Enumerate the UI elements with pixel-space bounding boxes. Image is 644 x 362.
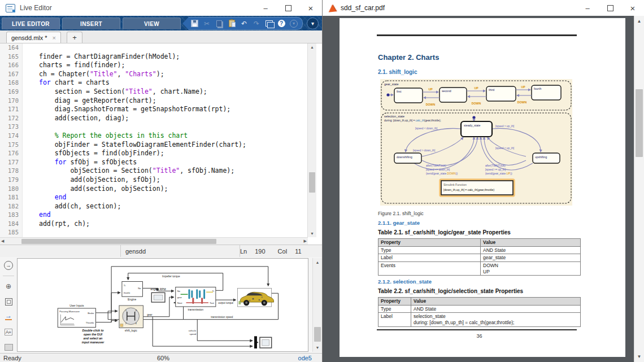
line-number: 179 <box>0 176 23 185</box>
scroll-left-icon[interactable]: ◀ <box>1 239 4 243</box>
code-line[interactable]: 179 add(objSection, sfObj); <box>0 176 308 185</box>
shift-logic-block[interactable]: 1 3 2 4 shift_logic <box>119 306 143 332</box>
code-line[interactable]: 174 % Report the objects in this chart <box>0 132 308 141</box>
help-icon[interactable]: ? <box>277 20 285 28</box>
pdf-vertical-scrollbar[interactable]: ▲ ▼ <box>634 16 644 362</box>
cut-icon[interactable]: ✂ <box>203 20 211 28</box>
close-icon[interactable]: × <box>621 0 644 16</box>
code-line[interactable]: 184add(rpt, ch); <box>0 220 308 229</box>
code-line[interactable]: 183end <box>0 211 308 220</box>
code-line[interactable]: 168for chart = charts <box>0 78 308 88</box>
code-line[interactable]: 182 add(ch, section); <box>0 202 308 211</box>
engine-rpm-scope-block[interactable]: engine RPM <box>151 288 166 302</box>
scrollbar-thumb[interactable] <box>309 172 315 193</box>
code-line[interactable]: 185 <box>0 228 308 237</box>
code-line[interactable]: 171 diag.SnapshotFormat = getSnapshotFor… <box>0 105 308 114</box>
scroll-up-icon[interactable]: ▲ <box>308 45 316 49</box>
windows-icon[interactable] <box>265 20 273 28</box>
scope-block[interactable] <box>260 337 272 348</box>
scroll-right-icon[interactable]: ▶ <box>304 239 307 243</box>
annotation-text[interactable]: Double-click to open the GUI and select … <box>82 329 105 344</box>
svg-text:second: second <box>442 89 451 93</box>
ribbon-tab-insert[interactable]: INSERT <box>62 18 120 29</box>
svg-text:DOWN: DOWN <box>472 102 481 105</box>
titlebar[interactable]: sdd_sf_car.pdf – × <box>323 0 644 16</box>
close-icon[interactable]: × <box>299 0 322 16</box>
line-number: 164 <box>0 43 23 53</box>
scrollbar-thumb[interactable] <box>636 89 643 157</box>
engine-block[interactable]: Ti throttle Ne Engine <box>122 282 143 302</box>
simulink-vertical-scrollbar[interactable]: ▲ ▼ <box>312 258 322 352</box>
maximize-icon[interactable] <box>277 0 299 16</box>
code-editor[interactable]: 164165finder = ChartDiagramFinder(hModel… <box>0 43 308 237</box>
table-row: TypeAND State <box>378 246 581 254</box>
svg-text:throttle: throttle <box>124 292 130 294</box>
code-line[interactable]: 180 add(section, objSection); <box>0 185 308 194</box>
fit-to-view-icon[interactable] <box>3 296 14 307</box>
svg-text:fourth: fourth <box>534 87 541 90</box>
svg-text:DOWN: DOWN <box>517 101 527 104</box>
scrollbar-thumb[interactable] <box>21 239 216 244</box>
code-line[interactable]: 177 for sfObj = sfObjects <box>0 158 308 167</box>
section-heading: 2.1. shift_logic <box>378 69 417 75</box>
code-line[interactable]: 167ch = Chapter("Title", "Charts"); <box>0 70 308 79</box>
transmission-speed-label: transmission speed <box>211 316 233 319</box>
pdf-content-area[interactable]: Chapter 2. Charts 2.1. shift_logic gear_… <box>323 16 644 362</box>
scroll-down-icon[interactable]: ▼ <box>308 232 316 235</box>
code-line[interactable]: 165finder = ChartDiagramFinder(hModel); <box>0 53 308 62</box>
open-arrow-icon[interactable]: → <box>3 260 14 271</box>
minimize-icon[interactable]: – <box>576 0 599 16</box>
annotation-icon[interactable]: A≡ <box>3 327 14 337</box>
code-line[interactable]: 173 <box>0 123 308 132</box>
ribbon-tab-live-editor[interactable]: LIVE EDITOR <box>2 18 60 29</box>
line-number: 173 <box>0 123 23 132</box>
simulink-canvas[interactable]: User Inputs Passing Maneuver Brake Throt… <box>17 258 308 352</box>
svg-text:Nout: Nout <box>177 302 183 304</box>
collapse-ribbon-icon[interactable]: ▾ <box>307 18 319 29</box>
scroll-down-icon[interactable]: ▼ <box>634 354 644 359</box>
code-line[interactable]: 178 objSection = Section("Title", sfObj.… <box>0 167 308 176</box>
code-line[interactable]: 172 add(section, diag); <box>0 114 308 123</box>
code-line[interactable]: 169 section = Section("Title", chart.Nam… <box>0 88 308 97</box>
code-line[interactable]: 175 objFinder = StateflowDiagramElementF… <box>0 141 308 150</box>
tab-close-icon[interactable]: × <box>53 34 56 41</box>
new-tab-button[interactable]: + <box>67 32 82 43</box>
simulink-function-box: Simulink Function [down_th,up_th] = calc… <box>440 180 514 196</box>
options-icon[interactable]: ▾ <box>290 20 298 28</box>
line-number: 172 <box>0 114 23 123</box>
code-line[interactable]: 164 <box>0 43 308 53</box>
line-number: 165 <box>0 53 23 62</box>
transmission-block[interactable]: Ne gear Nout Ti Tout transmission <box>176 287 216 311</box>
code-line[interactable]: 181 end <box>0 193 308 202</box>
save-icon[interactable] <box>190 20 198 28</box>
code-vertical-scrollbar[interactable]: ▲ ▼ <box>307 43 316 237</box>
svg-text:input maneuver: input maneuver <box>82 341 105 344</box>
scroll-down-icon[interactable]: ▼ <box>313 346 322 350</box>
user-inputs-block[interactable]: User Inputs Passing Maneuver Brake Throt… <box>58 304 95 328</box>
zoom-icon[interactable]: ⊕ <box>3 281 14 291</box>
minimize-icon[interactable]: – <box>254 0 277 16</box>
svg-text:Throttle: Throttle <box>86 321 94 324</box>
scroll-up-icon[interactable]: ▲ <box>634 19 644 24</box>
file-tab[interactable]: gensdd.mlx * × <box>6 32 61 43</box>
titlebar[interactable]: Live Editor – × <box>0 0 322 16</box>
mux-block[interactable] <box>254 336 257 348</box>
paste-icon[interactable] <box>228 20 236 28</box>
vehicle-block[interactable] <box>237 288 273 307</box>
solver-link[interactable]: ode5 <box>298 355 312 361</box>
copy-icon[interactable] <box>215 20 223 28</box>
image-icon[interactable] <box>3 342 14 352</box>
code-line[interactable]: 170 diag = getReporter(chart); <box>0 97 308 106</box>
undo-icon[interactable]: ↶ <box>240 20 248 28</box>
code-line[interactable]: 176 sfObjects = find(objFinder); <box>0 149 308 158</box>
code-horizontal-scrollbar[interactable]: ◀ ▶ <box>0 237 308 245</box>
scroll-up-icon[interactable]: ▲ <box>313 260 322 264</box>
ribbon-tab-view[interactable]: VIEW <box>123 18 181 29</box>
redo-icon[interactable]: ↷ <box>253 20 260 28</box>
pdf-page: Chapter 2. Charts 2.1. shift_logic gear_… <box>340 18 625 357</box>
svg-text:engine RPM: engine RPM <box>151 288 166 291</box>
signal-lines-icon[interactable]: → <box>3 312 14 322</box>
scrollbar-thumb[interactable] <box>314 327 321 342</box>
code-line[interactable]: 166charts = find(finder); <box>0 61 308 70</box>
maximize-icon[interactable] <box>599 0 621 16</box>
